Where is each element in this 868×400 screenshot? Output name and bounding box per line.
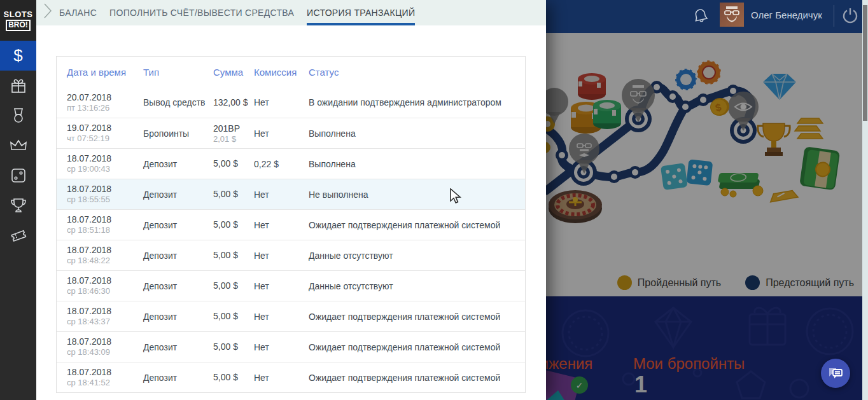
col-fee: Комиссия [254,67,309,78]
row-time: ср 18:51:18 [67,225,143,235]
avatar[interactable] [720,3,744,27]
row-type: Депозит [143,159,213,169]
header-divider [834,5,834,27]
sidebar-item-tickets[interactable] [0,220,36,250]
row-status: Не выполнена [309,190,525,200]
power-icon [841,6,860,25]
row-status: Выполнена [309,128,525,139]
row-time: ср 18:46:30 [67,286,143,296]
logo-line2: BRO! [6,20,31,31]
background-content: $ [546,33,868,400]
row-fee: Нет [254,128,309,139]
row-status: Ожидает подтверждения платежной системой [309,342,525,352]
row-sum: 5,00 $ [213,372,254,383]
sidebar-item-bonuses[interactable] [0,71,36,100]
row-sum: 5,00 $ [213,280,254,291]
table-header-row: Дата и время Тип Сумма Комиссия Статус [57,57,525,87]
dollar-icon: $ [13,46,22,66]
row-status: Ожидает подтверждения платежной системой [309,373,525,383]
dice-icon [10,167,27,184]
ticket-icon [10,227,27,244]
sidebar-item-tournaments[interactable] [0,190,36,220]
col-status: Статус [309,67,525,78]
screen: SLOTS BRO! $ БАЛАНС П [0,0,868,400]
row-date: 18.07.2018 [67,153,143,164]
medal-icon [10,107,27,124]
logo-line1: SLOTS [4,10,33,19]
row-time: ср 18:43:37 [67,317,143,327]
row-date: 20.07.2018 [67,92,143,103]
row-time: пт 13:16:26 [67,103,143,113]
sidebar-item-balance[interactable]: $ [0,41,36,71]
row-fee: Нет [254,220,309,230]
row-time: ср 18:41:52 [67,378,143,388]
row-date: 18.07.2018 [67,275,143,286]
table-row[interactable]: 20.07.2018 пт 13:16:26 Вывод средств 132… [57,87,525,118]
col-type: Тип [143,67,213,78]
scrollbar-thumb[interactable] [863,5,867,121]
chat-button[interactable] [821,359,850,388]
row-status: Данные отсутствуют [309,281,525,291]
row-status: Ожидает подтверждения платежной системой [309,220,525,230]
sidebar-item-vip[interactable] [0,130,36,160]
table-row[interactable]: 18.07.2018 ср 18:46:30 Депозит 5,00 $ Не… [57,270,525,301]
col-sum: Сумма [213,67,254,78]
tab-deposit-withdraw[interactable]: ПОПОЛНИТЬ СЧЁТ/ВЫВЕСТИ СРЕДСТВА [109,0,294,25]
row-sum: 5,00 $ [213,250,254,261]
table-row[interactable]: 18.07.2018 ср 18:43:09 Депозит 5,00 $ Не… [57,331,525,362]
table-row[interactable]: 18.07.2018 ср 18:51:18 Депозит 5,00 $ Не… [57,209,525,240]
row-time: ср 19:00:43 [67,164,143,174]
logout-button[interactable] [841,6,860,28]
row-type: Депозит [143,312,213,322]
gift-icon [10,78,27,94]
modal-tabbar: БАЛАНС ПОПОЛНИТЬ СЧЁТ/ВЫВЕСТИ СРЕДСТВА И… [36,0,546,25]
row-date: 18.07.2018 [67,214,143,225]
modal-scrim[interactable] [546,33,868,400]
row-type: Депозит [143,220,213,230]
row-sum-sub: 2,01 $ [213,134,254,144]
row-sum: 5,00 $ [213,219,254,230]
row-date: 19.07.2018 [67,123,143,134]
row-date: 18.07.2018 [67,336,143,347]
notifications-button[interactable] [692,7,709,27]
row-time: ср 18:48:22 [67,256,143,266]
sidebar-item-games[interactable] [0,160,36,190]
page-scrollbar[interactable] [862,0,868,400]
row-status: Данные отсутствуют [309,251,525,261]
table-row[interactable]: 18.07.2018 ср 18:41:52 Депозит 5,00 $ Не… [57,362,525,392]
tab-transaction-history[interactable]: ИСТОРИЯ ТРАНЗАКЦИЙ [307,0,415,25]
table-row[interactable]: 18.07.2018 ср 18:55:55 Депозит 5,00 $ Не… [57,179,525,209]
row-date: 18.07.2018 [67,306,143,317]
row-type: Депозит [143,251,213,261]
row-date: 18.07.2018 [67,245,143,256]
table-row[interactable]: 18.07.2018 ср 18:43:37 Депозит 5,00 $ Не… [57,301,525,331]
row-fee: 0,22 $ [254,159,309,169]
row-fee: Нет [254,312,309,322]
balance-modal: БАЛАНС ПОПОЛНИТЬ СЧЁТ/ВЫВЕСТИ СРЕДСТВА И… [36,0,546,400]
table-row[interactable]: 18.07.2018 ср 18:48:22 Депозит 5,00 $ Не… [57,240,525,270]
tab-balance[interactable]: БАЛАНС [59,0,97,25]
row-sum: 5,00 $ [213,158,254,169]
row-date: 18.07.2018 [67,184,143,195]
row-fee: Нет [254,373,309,383]
row-type: Бропоинты [143,128,213,139]
row-fee: Нет [254,97,309,107]
logo[interactable]: SLOTS BRO! [0,0,36,41]
row-sum: 132,00 $ [213,97,254,108]
row-status: Выполнена [309,159,525,169]
table-row[interactable]: 18.07.2018 ср 19:00:43 Депозит 5,00 $ 0,… [57,148,525,179]
chat-icon [828,366,843,380]
row-fee: Нет [254,342,309,352]
user-name[interactable]: Олег Бенедичук [751,10,822,20]
sidebar-item-loyalty[interactable] [0,100,36,130]
top-header: Олег Бенедичук [546,0,868,33]
transactions-table: Дата и время Тип Сумма Комиссия Статус 2… [56,56,526,393]
row-sum: 5,00 $ [213,189,254,200]
background-page: Олег Бенедичук [546,0,868,400]
collapse-chevron-icon[interactable] [36,0,59,25]
row-type: Депозит [143,373,213,383]
row-fee: Нет [254,251,309,261]
table-row[interactable]: 19.07.2018 чт 07:52:19 Бропоинты 201BP 2… [57,118,525,148]
row-time: чт 07:52:19 [67,134,143,144]
row-status: Ожидает подтверждения платежной системой [309,312,525,322]
